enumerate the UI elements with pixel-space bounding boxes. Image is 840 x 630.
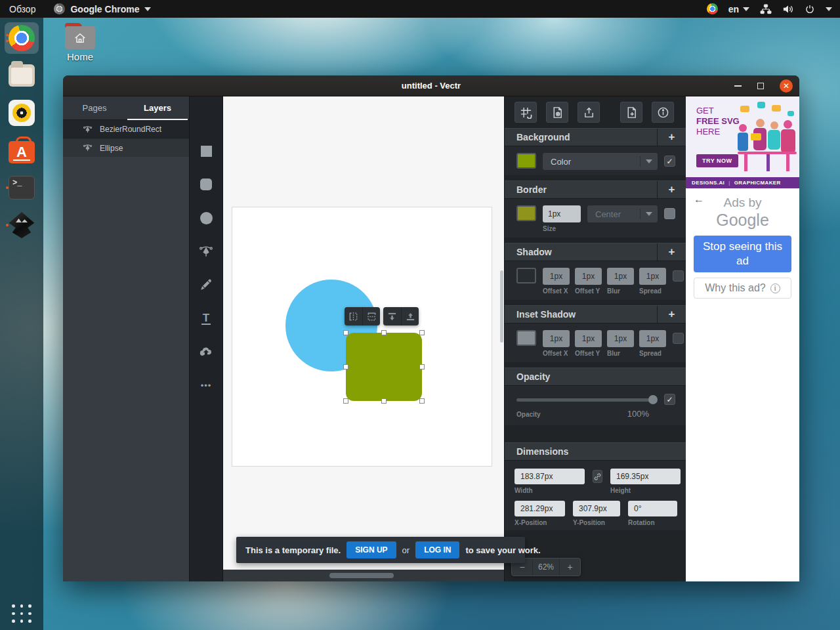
ad-info-panel: ← Ads by Google Stop seeing this ad Why … xyxy=(686,188,799,299)
shadow-color-swatch[interactable] xyxy=(516,268,536,284)
opacity-slider[interactable] xyxy=(516,398,656,402)
opacity-enabled-checkbox[interactable] xyxy=(664,394,675,405)
pencil-tool-button[interactable] xyxy=(199,278,213,292)
ad-brand-bar: DESIGNS.AI | GRAPHICMAKER xyxy=(686,177,799,188)
send-to-back-button[interactable] xyxy=(383,307,401,326)
activities-button[interactable]: Обзор xyxy=(9,4,35,14)
dock-item-rhythmbox[interactable] xyxy=(5,97,39,129)
selection-handle-ne[interactable] xyxy=(419,330,425,335)
home-shortcut[interactable]: Home xyxy=(60,23,100,62)
maximize-button[interactable] xyxy=(757,83,764,89)
shadow-blur-input[interactable] xyxy=(607,268,634,285)
network-icon[interactable] xyxy=(760,4,772,14)
ad-creative[interactable]: GET FREE SVG HERE xyxy=(686,96,799,188)
dock-item-chrome[interactable] xyxy=(5,22,39,54)
height-input[interactable] xyxy=(610,469,681,484)
background-color-swatch[interactable] xyxy=(516,153,536,169)
page-settings-button[interactable] xyxy=(546,102,568,123)
chrome-status-icon[interactable] xyxy=(707,3,718,14)
rotation-input[interactable] xyxy=(628,501,677,516)
inset-shadow-spread-input[interactable] xyxy=(639,330,666,347)
add-page-button[interactable] xyxy=(620,102,642,123)
selection-handle-sw[interactable] xyxy=(343,398,348,404)
selection-handle-nw[interactable] xyxy=(343,330,348,335)
inset-shadow-offset-x-input[interactable] xyxy=(543,330,570,347)
dock-item-terminal[interactable]: >_ xyxy=(5,172,39,203)
shadow-enabled-checkbox[interactable] xyxy=(673,270,684,282)
info-button[interactable] xyxy=(652,102,674,123)
dock-item-inkscape[interactable] xyxy=(5,209,39,241)
ad-cta-button[interactable]: TRY NOW xyxy=(696,154,738,167)
more-tools-button[interactable]: ••• xyxy=(199,378,213,392)
flip-horizontal-button[interactable] xyxy=(345,307,362,326)
background-type-dropdown[interactable]: Color xyxy=(543,153,658,170)
volume-icon[interactable] xyxy=(782,4,794,14)
app-menu[interactable]: Google Chrome xyxy=(54,3,151,14)
bring-to-front-button[interactable] xyxy=(401,307,419,326)
language-menu[interactable]: en xyxy=(728,4,749,14)
shadow-offset-x-input[interactable] xyxy=(543,268,570,285)
selection-handle-w[interactable] xyxy=(343,364,348,369)
border-position-dropdown[interactable]: Center xyxy=(587,205,658,222)
section-title: Dimensions xyxy=(516,446,568,457)
pen-tool-button[interactable] xyxy=(199,244,213,259)
grid-settings-button[interactable] xyxy=(514,102,537,123)
sign-up-button[interactable]: SIGN UP xyxy=(346,541,396,558)
zoom-out-button[interactable]: − xyxy=(512,562,532,572)
ellipse-tool-button[interactable] xyxy=(199,211,213,225)
zoom-in-button[interactable]: + xyxy=(560,562,580,572)
dock-item-software[interactable]: A xyxy=(5,135,39,166)
vertical-scrollbar[interactable] xyxy=(500,270,503,343)
inset-shadow-color-swatch[interactable] xyxy=(516,330,536,346)
add-shadow-button[interactable]: + xyxy=(657,243,686,261)
shadow-offset-y-input[interactable] xyxy=(575,268,602,285)
border-enabled-checkbox[interactable] xyxy=(664,208,675,219)
tab-layers[interactable]: Layers xyxy=(126,96,189,119)
why-this-ad-button[interactable]: Why this ad? i xyxy=(694,278,791,299)
titlebar[interactable]: untitled - Vectr ✕ xyxy=(63,75,799,96)
inset-shadow-offset-y-input[interactable] xyxy=(575,330,602,347)
selection-handle-n[interactable] xyxy=(381,330,387,335)
tab-pages[interactable]: Pages xyxy=(63,96,126,119)
log-in-button[interactable]: LOG IN xyxy=(415,541,459,558)
inset-shadow-blur-input[interactable] xyxy=(607,330,634,347)
dock-item-files[interactable] xyxy=(5,60,39,91)
canvas[interactable] xyxy=(223,96,504,581)
text-icon: T xyxy=(201,312,211,325)
add-inset-shadow-button[interactable]: + xyxy=(657,306,686,323)
width-input[interactable] xyxy=(514,469,585,484)
text-tool-button[interactable]: T xyxy=(199,311,213,326)
rounded-rectangle-tool-button[interactable] xyxy=(199,177,213,192)
border-color-swatch[interactable] xyxy=(516,205,536,221)
minimize-button[interactable] xyxy=(734,85,742,87)
background-enabled-checkbox[interactable] xyxy=(664,156,675,167)
add-border-button[interactable]: + xyxy=(657,181,686,198)
add-background-button[interactable]: + xyxy=(657,129,686,146)
inset-shadow-enabled-checkbox[interactable] xyxy=(673,333,684,344)
flip-vertical-button[interactable] xyxy=(362,307,380,326)
chevron-down-icon[interactable] xyxy=(826,7,832,11)
back-arrow-icon[interactable]: ← xyxy=(694,194,704,205)
selected-rounded-rect-shape[interactable] xyxy=(346,333,422,401)
x-position-input[interactable] xyxy=(514,501,565,516)
y-position-input[interactable] xyxy=(573,501,620,516)
export-button[interactable] xyxy=(578,102,600,123)
close-button[interactable]: ✕ xyxy=(780,79,793,93)
lock-aspect-ratio-button[interactable] xyxy=(593,470,602,483)
selection-handle-e[interactable] xyxy=(419,364,425,369)
opacity-label: Opacity xyxy=(516,411,541,418)
export-cloud-button[interactable] xyxy=(199,345,213,359)
show-applications-button[interactable] xyxy=(9,602,34,625)
selection-handle-s[interactable] xyxy=(381,398,387,404)
rectangle-tool-button[interactable] xyxy=(199,144,213,158)
selection-handle-se[interactable] xyxy=(419,398,425,404)
power-icon[interactable] xyxy=(805,4,815,14)
shadow-spread-input[interactable] xyxy=(639,268,666,285)
layer-row-ellipse[interactable]: Ellipse xyxy=(63,138,189,157)
layer-row-bezierroundrect[interactable]: BezierRoundRect xyxy=(63,120,189,138)
horizontal-scrollbar-track[interactable] xyxy=(223,570,504,581)
horizontal-scrollbar-thumb[interactable] xyxy=(329,573,394,578)
stop-seeing-ad-button[interactable]: Stop seeing this ad xyxy=(694,236,791,272)
border-size-input[interactable] xyxy=(543,205,581,222)
opacity-slider-thumb[interactable] xyxy=(648,395,658,404)
